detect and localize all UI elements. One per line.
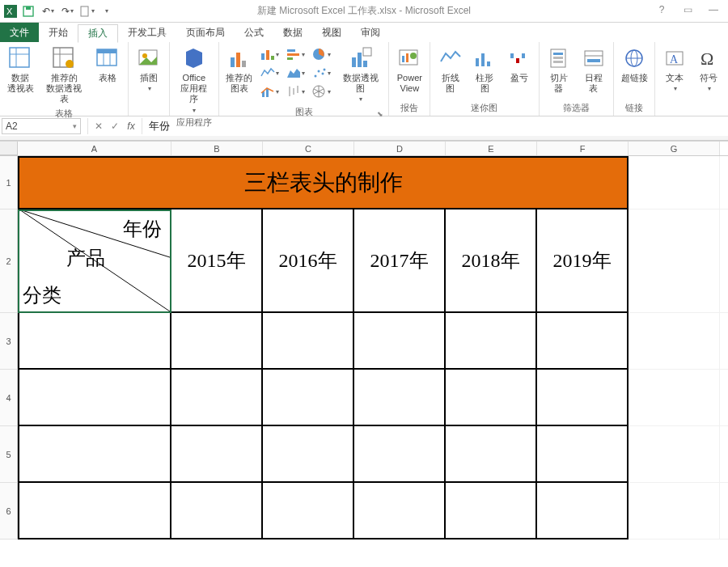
cell-a2[interactable]: 年份 产品 分类 [18,209,171,313]
tab-home[interactable]: 开始 [39,23,78,42]
cell-f4[interactable] [537,370,629,426]
cell-g5[interactable] [629,426,720,483]
cell-d3[interactable] [354,313,446,370]
col-header-g[interactable]: G [629,142,720,155]
cell-b5[interactable] [171,426,263,483]
row-header-1[interactable]: 1 [0,156,18,209]
combo-chart-icon[interactable]: ▾ [258,83,282,100]
select-all-corner[interactable] [0,142,18,155]
cell-g1[interactable] [629,156,720,209]
col-header-d[interactable]: D [354,142,446,155]
tab-page-layout[interactable]: 页面布局 [176,23,235,42]
tab-insert[interactable]: 插入 [78,24,118,43]
cell-c3[interactable] [263,313,354,370]
slicer-button[interactable]: 切片器 [543,44,576,95]
pivot-chart-button[interactable]: 数据透视图▾ [336,44,386,105]
cell-a1-f1-merged[interactable]: 三栏表头的制作 [18,156,629,209]
save-icon[interactable] [19,2,37,20]
table-button[interactable]: 表格 [91,44,125,85]
col-header-c[interactable]: C [263,142,354,155]
formula-input[interactable]: 年份 [142,118,728,134]
surface-chart-icon[interactable]: ▾ [310,83,334,100]
cell-d2[interactable]: 2017年 [354,209,446,313]
sparkline-column-button[interactable]: 柱形图 [468,44,502,95]
cell-b4[interactable] [171,370,263,426]
cell-g2[interactable] [629,209,720,313]
cell-c5[interactable] [263,426,354,483]
timeline-button[interactable]: 日程表 [577,44,610,95]
redo-icon[interactable]: ↷▾ [58,2,76,20]
tab-developer[interactable]: 开发工具 [118,23,176,42]
pie-chart-icon[interactable]: ▾ [310,45,334,63]
cell-d5[interactable] [354,426,446,483]
help-icon[interactable]: ? [652,4,671,19]
cell-g4[interactable] [629,370,720,426]
cell-c4[interactable] [263,370,354,426]
sparkline-line-button[interactable]: 折线图 [434,44,467,95]
cell-e3[interactable] [446,313,537,370]
undo-icon[interactable]: ↶▾ [39,2,57,20]
ribbon-options-icon[interactable]: ▭ [678,4,697,19]
cell-c6[interactable] [263,483,354,539]
cell-e4[interactable] [446,370,537,426]
new-file-icon[interactable]: ▾ [78,2,95,20]
pivot-table-button[interactable]: 数据 透视表 [3,44,37,95]
row-header-2[interactable]: 2 [0,209,18,313]
sparkline-winloss-button[interactable]: 盈亏 [503,44,535,85]
cell-d4[interactable] [354,370,446,426]
tab-formulas[interactable]: 公式 [235,23,273,42]
cell-e2[interactable]: 2018年 [446,209,537,313]
cell-b2[interactable]: 2015年 [171,209,263,313]
cell-f5[interactable] [537,426,629,483]
col-header-a[interactable]: A [18,142,171,155]
tab-data[interactable]: 数据 [273,23,312,42]
tab-file[interactable]: 文件 [0,23,39,42]
cell-e6[interactable] [446,483,537,539]
cell-f2[interactable]: 2019年 [537,209,629,313]
cell-a5[interactable] [18,426,171,483]
group-label-charts[interactable]: 图表 [222,105,386,120]
symbol-button[interactable]: Ω符号▾ [692,44,725,95]
cancel-formula-icon[interactable]: ✕ [91,121,106,132]
row-header-4[interactable]: 4 [0,370,18,426]
minimize-icon[interactable]: — [704,4,723,19]
hierarchy-chart-icon[interactable]: ▾ [258,64,282,82]
stock-chart-icon[interactable]: ▾ [284,83,308,100]
cell-b3[interactable] [171,313,263,370]
row-header-3[interactable]: 3 [0,313,18,370]
office-apps-button[interactable]: Office 应用程序▾ [173,44,215,116]
tab-review[interactable]: 审阅 [351,23,390,42]
cell-a3[interactable] [18,313,171,370]
cell-g6[interactable] [629,483,720,539]
bar-chart-icon[interactable]: ▾ [284,45,308,63]
col-header-f[interactable]: F [537,142,629,155]
row-header-5[interactable]: 5 [0,426,18,483]
col-header-b[interactable]: B [171,142,263,155]
cell-f6[interactable] [537,483,629,539]
cell-g3[interactable] [629,313,720,370]
power-view-button[interactable]: Power View [392,44,426,95]
cell-f3[interactable] [537,313,629,370]
cell-d6[interactable] [354,483,446,539]
cell-e5[interactable] [446,426,537,483]
cell-a6[interactable] [18,483,171,539]
area-chart-icon[interactable]: ▾ [284,64,308,82]
scatter-chart-icon[interactable]: ▾ [310,64,334,82]
cell-a4[interactable] [18,370,171,426]
col-header-e[interactable]: E [446,142,537,155]
column-chart-icon[interactable]: ▾ [258,45,282,63]
insert-function-icon[interactable]: fx [124,121,138,132]
cell-c2[interactable]: 2016年 [263,209,354,313]
hyperlink-button[interactable]: 超链接 [617,44,651,85]
qat-customize-icon[interactable]: ▾ [97,2,115,20]
enter-formula-icon[interactable]: ✓ [108,121,122,132]
tab-view[interactable]: 视图 [312,23,351,42]
recommended-charts-button[interactable]: 推荐的 图表 [222,44,256,95]
text-button[interactable]: A文本▾ [658,44,691,95]
spreadsheet-grid[interactable]: A B C D E F G 1 2 3 4 5 6 三栏表头的制作 年份 [0,142,728,567]
cell-b6[interactable] [171,483,263,539]
recommended-pivot-button[interactable]: 推荐的 数据透视表 [39,44,89,107]
illustrations-button[interactable]: 插图▾ [132,44,166,95]
row-header-6[interactable]: 6 [0,483,18,539]
formula-bar-resize[interactable] [0,136,728,141]
